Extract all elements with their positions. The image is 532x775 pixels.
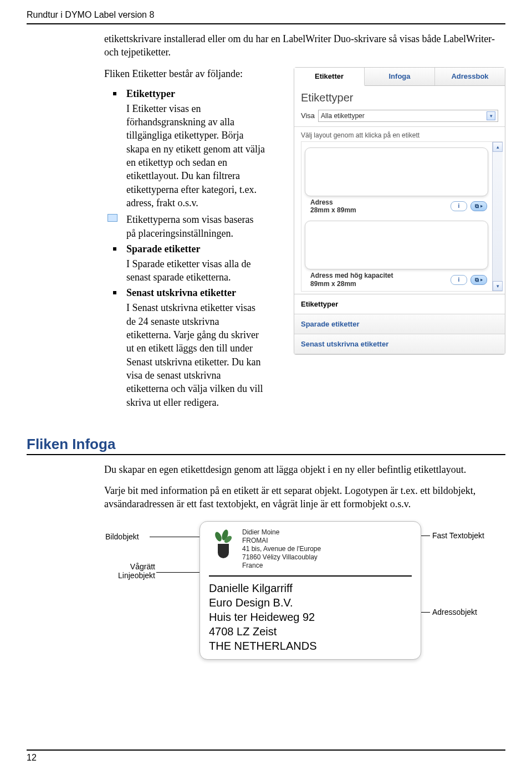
- label-type-card[interactable]: Adress 28mm x 89mm i ⧉ ▸: [305, 147, 488, 216]
- info-note: Etikettyperna som visas baseras på place…: [113, 213, 265, 240]
- label-type-list: ▴ ▾ Adress 28mm x 89mm: [294, 141, 505, 294]
- bullet-senast: Senast utskrivna etiketter I Senast utsk…: [113, 287, 265, 409]
- section2-para1: Du skapar en egen etikettdesign genom at…: [104, 463, 505, 476]
- label-type-card[interactable]: Adress med hög kapacitet 89mm x 28mm i ⧉…: [305, 221, 488, 289]
- panel-tabs: Etiketter Infoga Adressbok: [294, 68, 505, 86]
- bullet-sparade-title: Sparade etiketter: [126, 243, 265, 255]
- bullet-sparade: Sparade etiketter I Sparade etiketter vi…: [113, 243, 265, 284]
- info-icon[interactable]: i: [451, 201, 467, 211]
- scrollbar[interactable]: ▴ ▾: [492, 142, 503, 292]
- page-number: 12: [27, 749, 505, 763]
- tab-infoga[interactable]: Infoga: [365, 68, 435, 85]
- filter-value: Alla etikettyper: [321, 112, 365, 120]
- bullet-sparade-text: I Sparade etiketter visas alla de senast…: [126, 257, 265, 284]
- tab-adressbok[interactable]: Adressbok: [435, 68, 505, 85]
- scroll-down-button[interactable]: ▾: [493, 281, 503, 291]
- sample-label: Didier Moine FROMAI 41 bis, Avenue de l'…: [200, 521, 421, 660]
- callout-line: [156, 572, 201, 573]
- bullet-etikettyper-title: Etikettyper: [126, 88, 265, 100]
- bullet-icon: [113, 92, 116, 95]
- label-caption: Adress med hög kapacitet 89mm x 28mm: [310, 272, 447, 288]
- bullet-icon: [113, 247, 116, 251]
- bullet-icon: [113, 291, 116, 294]
- scroll-up-button[interactable]: ▴: [493, 142, 503, 152]
- panel-bottom-nav: Etikettyper Sparade etiketter Senast uts…: [294, 294, 505, 354]
- callout-fasttext: Fast Textobjekt: [432, 531, 484, 540]
- visa-label: Visa: [301, 111, 315, 120]
- horizontal-rule: [209, 575, 412, 577]
- callout-line: [150, 537, 205, 537]
- bullet-etikettyper-text: I Etiketter visas en förhandsgranskning …: [126, 102, 265, 210]
- intro-subhead: Fliken Etiketter består av följande:: [104, 67, 265, 80]
- bottom-nav-senast[interactable]: Senast utskrivna etiketter: [294, 334, 505, 354]
- label-caption: Adress 28mm x 89mm: [310, 198, 447, 215]
- chevron-down-icon[interactable]: ▾: [487, 111, 495, 120]
- label-types-panel: Etiketter Infoga Adressbok Etikettyper V…: [294, 67, 505, 355]
- bullet-senast-text: I Senast utskrivna etiketter visas de 24…: [126, 301, 265, 409]
- label-type-filter[interactable]: Alla etikettyper ▾: [318, 110, 498, 122]
- tab-etiketter[interactable]: Etiketter: [294, 68, 365, 86]
- callout-bildobjekt: Bildobjekt: [105, 532, 139, 541]
- flower-vase-icon: [209, 528, 237, 559]
- label-thumbnail: [305, 221, 488, 269]
- panel-hint: Välj layout genom att klicka på en etike…: [294, 127, 505, 141]
- running-header: Rundtur i DYMO Label version 8: [27, 10, 505, 24]
- sample-recipient-text: Danielle Kilgarriff Euro Design B.V. Hui…: [209, 581, 412, 653]
- bullet-etikettyper: Etikettyper I Etiketter visas en förhand…: [113, 88, 265, 210]
- panel-section-title: Etikettyper: [294, 86, 505, 106]
- bullet-senast-title: Senast utskrivna etiketter: [126, 287, 265, 299]
- callout-adressobjekt: Adressobjekt: [432, 608, 477, 616]
- duplicate-icon[interactable]: ⧉ ▸: [470, 275, 487, 285]
- note-icon: [108, 214, 117, 222]
- sample-sender-text: Didier Moine FROMAI 41 bis, Avenue de l'…: [242, 528, 321, 570]
- filter-row: Visa Alla etikettyper ▾: [294, 106, 505, 127]
- label-anatomy-figure: Bildobjekt Vågrätt Linjeobjekt Fast Text…: [104, 519, 505, 674]
- info-note-text: Etikettyperna som visas baseras på place…: [126, 214, 253, 238]
- duplicate-icon[interactable]: ⧉ ▸: [470, 201, 487, 211]
- bottom-nav-etikettyper[interactable]: Etikettyper: [294, 294, 505, 314]
- section-heading-infoga: Fliken Infoga: [27, 436, 505, 455]
- section2-para2: Varje bit med information på en etikett …: [104, 484, 505, 511]
- callout-linjeobjekt: Vågrätt Linjeobjekt: [105, 562, 155, 580]
- info-icon[interactable]: i: [451, 275, 467, 285]
- bottom-nav-sparade[interactable]: Sparade etiketter: [294, 314, 505, 334]
- intro-paragraph: etikettskrivare installerad eller om du …: [104, 32, 505, 59]
- label-thumbnail: [305, 147, 488, 196]
